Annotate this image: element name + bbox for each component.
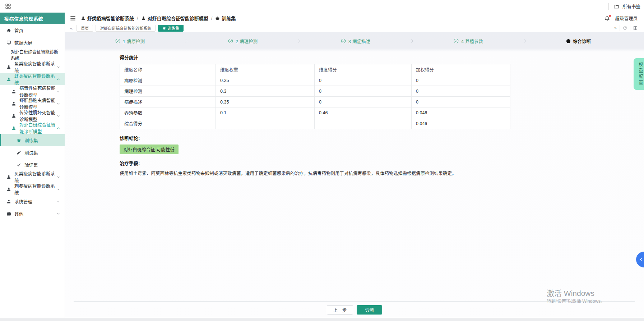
weight-config-button[interactable]: 权重配置: [634, 58, 644, 90]
sidebar-item-fish-system[interactable]: 鱼类疫病智能诊断系统: [0, 61, 65, 73]
bug-icon: [215, 16, 220, 20]
sidebar-item-wssv-model[interactable]: 对虾白斑综合征智能诊断模型: [0, 122, 65, 134]
breadcrumb-item-shrimp-system[interactable]: 虾类疫病智能诊断系统: [81, 15, 134, 22]
chevron-down-icon: [56, 212, 60, 216]
tab-layout-grid-icon[interactable]: [630, 25, 640, 31]
chevron-down-icon: [56, 114, 60, 118]
sidebar-item-label: 病毒性偷死病智能诊断模型: [19, 84, 56, 98]
sidebar-item-label: 传染性肌坏死智能诊断模型: [19, 109, 56, 123]
content-area: 1-病原检测 2-病理检测 3-病症描述: [65, 32, 644, 321]
score-table: 维度名称 维度权重 维度得分 加权得分 病原检测 0.25 0 0 病理检测 0…: [120, 64, 510, 129]
bug-icon: [17, 138, 21, 143]
user-icon: [6, 77, 11, 82]
sidebar-item-label: 贝类疫病智能诊断系统: [14, 170, 56, 184]
col-header-dimension-score: 维度得分: [315, 64, 412, 75]
chevron-left-icon: [639, 257, 644, 262]
step-comprehensive-diagnosis[interactable]: 综合诊断: [566, 38, 591, 45]
chevron-down-icon: [56, 90, 60, 93]
sidebar-item-validation-set[interactable]: 验证集: [0, 159, 65, 171]
breadcrumb: 虾类疫病智能诊断系统 / 对虾白斑综合征智能诊断模型 / 训练集: [81, 15, 236, 22]
step-farming-parameters[interactable]: 4-养殖参数: [454, 38, 483, 45]
table-header-row: 维度名称 维度权重 维度得分 加权得分: [120, 64, 510, 75]
sidebar-item-training-set[interactable]: 训练集: [0, 134, 65, 146]
user-icon: [6, 175, 11, 179]
wizard-stepper: 1-病原检测 2-病理检测 3-病症描述: [65, 32, 644, 50]
table-row: 病症描述 0.35 0 0: [120, 97, 510, 107]
refresh-icon[interactable]: [620, 25, 630, 31]
windows-activation-watermark-line2: 转到“设置”以激活 Windows。: [547, 297, 605, 304]
sidebar-item-label: 虾肝肠胞虫病智能诊断模型: [19, 97, 56, 110]
current-step-dot: [566, 39, 570, 43]
sidebar-item-viral-model[interactable]: 病毒性偷死病智能诊断模型: [0, 85, 65, 97]
chevron-up-icon: [56, 77, 60, 81]
user-icon: [6, 199, 11, 204]
sidebar-item-imn-model[interactable]: 传染性肌坏死智能诊断模型: [0, 110, 65, 122]
sidebar-item-label: 训练集: [24, 137, 38, 144]
table-row: 养殖参数 0.1 0.46 0.046: [120, 107, 510, 118]
treatment-text: 使用如土霉素、阿莫西林等抗生素类药物来抑制或消灭致病菌，适用于确定细菌感染后的治…: [120, 170, 579, 177]
user-icon: [11, 101, 16, 106]
tab-bar: « 首页 对虾白斑综合征智能诊断系统 训练集 »: [65, 24, 644, 32]
breadcrumb-item-wssv-model[interactable]: 对虾白斑综合征智能诊断模型: [141, 15, 208, 22]
diagnosis-result-badge: 对虾白斑综合征-可能性低: [120, 145, 179, 154]
sidebar-item-wssv-system[interactable]: 对虾白斑综合征智能诊断系统: [0, 49, 65, 61]
sidebar-item-label: 其他: [14, 210, 23, 217]
hamburger-menu-icon[interactable]: [70, 16, 76, 21]
user-icon: [141, 16, 146, 20]
user-icon: [11, 114, 16, 118]
treatment-label: 治疗手段:: [120, 160, 644, 166]
diagnose-button[interactable]: 诊断: [357, 305, 382, 315]
tab-wssv-system[interactable]: 对虾白斑综合征智能诊断系统: [96, 25, 156, 32]
sidebar-item-label: 验证集: [24, 161, 38, 168]
sidebar-item-dashboard[interactable]: 数据大屏: [0, 36, 65, 49]
score-statistics-title: 得分统计: [120, 54, 644, 61]
main-area: 虾类疫病智能诊断系统 / 对虾白斑综合征智能诊断模型 / 训练集: [65, 13, 644, 321]
step-separator-icon: [370, 38, 454, 44]
sidebar: 疫病信息管理系统 首页 数据大屏 对虾白斑综合征智能诊断系统 鱼类疫病智能诊断系…: [0, 13, 65, 318]
sidebar-item-shrimp-system[interactable]: 虾类疫病智能诊断系统: [0, 73, 65, 85]
browser-bar: 所有书签: [0, 0, 644, 13]
sidebar-item-label: 虾类疫病智能诊断系统: [14, 72, 56, 86]
user-icon: [11, 89, 16, 94]
check-circle-icon: [454, 38, 459, 43]
step-symptom-description[interactable]: 3-病症描述: [341, 38, 370, 45]
pencil-icon: [17, 150, 21, 155]
sidebar-item-other[interactable]: 其他: [0, 207, 65, 220]
step-pathology-detection[interactable]: 2-病理检测: [228, 38, 258, 45]
step-pathogen-detection[interactable]: 1-病原检测: [115, 38, 145, 45]
sidebar-item-shellfish-system[interactable]: 贝类疫病智能诊断系统: [0, 171, 65, 183]
chevron-down-icon: [56, 200, 60, 203]
current-user-label[interactable]: 超级管理员: [615, 15, 638, 22]
diagnosis-conclusion-label: 诊断结论:: [120, 134, 644, 141]
bug-icon: [162, 26, 166, 30]
sidebar-item-label: 对虾白斑综合征智能诊断系统: [11, 49, 60, 61]
col-header-dimension-weight: 维度权重: [216, 64, 315, 75]
previous-step-button[interactable]: 上一步: [327, 305, 353, 315]
notification-bell-icon[interactable]: [604, 15, 610, 21]
tabs-scroll-right-icon[interactable]: »: [611, 25, 620, 31]
monitor-icon: [6, 40, 11, 45]
all-bookmarks-label[interactable]: 所有书签: [622, 3, 640, 10]
check-icon: [17, 162, 21, 167]
sidebar-item-test-set[interactable]: 测试集: [0, 146, 65, 159]
table-row-total: 综合得分 0.046: [120, 118, 510, 129]
col-header-weighted-score: 加权得分: [412, 64, 510, 75]
sidebar-item-system-management[interactable]: 系统管理: [0, 195, 65, 207]
divider: [608, 3, 609, 10]
check-circle-icon: [228, 38, 233, 43]
bookmarks-folder-icon: [613, 4, 619, 9]
tab-training-set[interactable]: 训练集: [158, 25, 184, 32]
sidebar-item-home[interactable]: 首页: [0, 24, 65, 36]
briefcase-icon: [6, 211, 11, 216]
notification-dot: [609, 15, 611, 17]
tab-groups-icon[interactable]: [5, 3, 11, 9]
tabs-scroll-left-icon[interactable]: «: [69, 26, 74, 31]
check-circle-icon: [115, 38, 120, 43]
breadcrumb-item-training-set[interactable]: 训练集: [215, 15, 236, 22]
chevron-down-icon: [56, 102, 60, 106]
sidebar-item-label: 刺参疫病智能诊断系统: [14, 182, 56, 196]
sidebar-item-label: 系统管理: [14, 198, 32, 205]
sidebar-item-seacucumber-system[interactable]: 刺参疫病智能诊断系统: [0, 183, 65, 195]
sidebar-item-ehp-model[interactable]: 虾肝肠胞虫病智能诊断模型: [0, 97, 65, 110]
tab-home[interactable]: 首页: [77, 25, 93, 32]
